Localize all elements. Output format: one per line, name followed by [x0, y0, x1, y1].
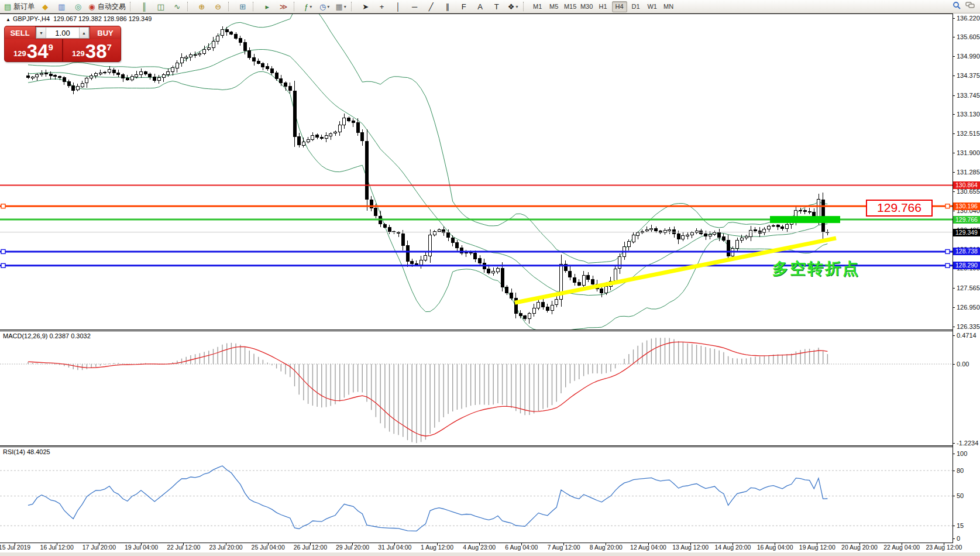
line-chart-button[interactable]: ∿ [169, 1, 185, 13]
collapse-panel-icon[interactable]: ▲ [6, 17, 11, 22]
time-label: 1 Aug 12:00 [421, 544, 453, 551]
price-tick: 131.900 [953, 150, 980, 156]
market-watch-button[interactable]: ▥ [53, 1, 70, 13]
candlestick-chart-button[interactable]: ◫ [153, 1, 169, 13]
new-order-icon: ▤ [4, 3, 11, 11]
time-label: 19 Jul 04:00 [125, 544, 158, 551]
symbol-label: GBPJPY-,H4 [13, 15, 50, 22]
buy-price[interactable]: 129387 [63, 39, 121, 61]
templates-icon: ▦ [335, 3, 342, 11]
indicators-button[interactable]: ƒ▾ [300, 1, 317, 13]
toolbar-separator [130, 2, 134, 11]
time-label: 20 Aug 20:00 [841, 544, 878, 551]
price-callout-box[interactable]: 129.766 [866, 200, 933, 217]
horizontal-line-button[interactable]: ─ [407, 1, 423, 13]
vertical-line-button[interactable]: │ [390, 1, 407, 13]
timeframe-M15-button[interactable]: M15 [563, 1, 578, 12]
tile-windows-icon: ⊞ [239, 3, 246, 11]
volume-decrease-button[interactable]: ▼ [36, 28, 46, 38]
horizontal-line-icon: ─ [412, 3, 417, 11]
shapes-button[interactable]: ❖▾ [505, 1, 521, 13]
time-label: 6 Aug 04:00 [505, 544, 538, 551]
periods-button[interactable]: ◷▾ [317, 1, 333, 13]
time-label: 23 Jul 20:00 [209, 544, 242, 551]
price-tick: 130.655 [953, 188, 980, 195]
market-watch-icon: ▥ [58, 3, 65, 11]
toolbar: ▤新订单◆▥◎◉自动交易║◫∿⊕⊖⊞▸≫ƒ▾◷▾▦▾➤+│─╱∥FAT❖▾M1M… [0, 0, 980, 13]
navigator-icon: ◎ [75, 3, 81, 11]
zoom-in-button[interactable]: ⊕ [194, 1, 210, 13]
ohlc-quote: 129.067 129.382 128.986 129.349 [53, 15, 152, 22]
timeframe-MN-button[interactable]: MN [661, 1, 676, 12]
time-label: 23 Aug 12:00 [926, 544, 962, 551]
toolbar-separator [294, 2, 298, 11]
rsi-axis-tick: 0 [953, 536, 980, 542]
time-label: 31 Jul 04:00 [378, 544, 411, 551]
timeframe-D1-button[interactable]: D1 [628, 1, 644, 12]
timeframe-M5-button[interactable]: M5 [546, 1, 562, 12]
time-label: 22 Aug 04:00 [883, 544, 920, 551]
auto-scroll-icon: ▸ [265, 3, 269, 11]
fibonacci-button[interactable]: F [456, 1, 472, 13]
buy-button[interactable]: BUY [90, 26, 121, 39]
timeframe-W1-button[interactable]: W1 [645, 1, 660, 12]
macd-pane[interactable] [0, 331, 953, 445]
autotrading-button[interactable]: ◉自动交易 [86, 1, 128, 13]
layout-profile-button[interactable]: ◆ [37, 1, 53, 13]
time-label: 12 Aug 04:00 [630, 544, 666, 551]
time-label: 16 Aug 04:00 [757, 544, 793, 551]
shapes-icon: ❖ [508, 3, 515, 11]
timeframe-H1-button[interactable]: H1 [596, 1, 611, 12]
indicators-icon: ƒ [304, 3, 308, 11]
time-label: 4 Aug 23:00 [463, 544, 496, 551]
chart-title: ▲GBPJPY-,H4 129.067 129.382 128.986 129.… [6, 15, 152, 22]
chat-icon[interactable] [965, 1, 975, 12]
new-order-button[interactable]: ▤新订单 [2, 1, 37, 13]
volume-input[interactable]: 1.00 [46, 28, 79, 38]
sell-button[interactable]: SELL [5, 26, 35, 39]
vertical-line-icon: │ [396, 3, 401, 11]
time-label: 8 Aug 20:00 [590, 544, 623, 551]
macd-axis-tick: 0.00 [953, 361, 980, 368]
chart-shift-button[interactable]: ≫ [276, 1, 292, 13]
rsi-label: RSI(14) 48.4025 [3, 448, 50, 455]
cursor-button[interactable]: ➤ [357, 1, 374, 13]
timeframe-H4-button[interactable]: H4 [612, 1, 627, 12]
macd-label: MACD(12,26,9) 0.2387 0.3032 [3, 332, 91, 339]
rsi-pane[interactable] [0, 447, 953, 543]
price-tag: 128.290 [953, 262, 980, 269]
toolbar-separator [253, 2, 257, 11]
bar-chart-icon: ║ [142, 3, 147, 11]
macd-axis-tick: 0.4714 [953, 332, 980, 339]
text-button[interactable]: A [472, 1, 489, 13]
cursor-icon: ➤ [362, 3, 369, 11]
layout-profile-icon: ◆ [42, 3, 48, 11]
crosshair-button[interactable]: + [374, 1, 390, 13]
price-chart-pane[interactable] [0, 14, 953, 330]
volume-increase-button[interactable]: ▲ [79, 28, 89, 38]
bar-chart-button[interactable]: ║ [136, 1, 153, 13]
zoom-out-button[interactable]: ⊖ [210, 1, 226, 13]
search-icon[interactable] [953, 1, 961, 12]
auto-scroll-button[interactable]: ▸ [259, 1, 276, 13]
chart-shift-icon: ≫ [280, 3, 288, 11]
pivot-annotation-text[interactable]: 多空转折点 [772, 258, 860, 279]
price-tick: 126.335 [953, 324, 980, 330]
tile-windows-button[interactable]: ⊞ [235, 1, 251, 13]
toolbar-separator [351, 2, 355, 11]
time-label: 16 Jul 12:00 [40, 544, 74, 551]
rsi-axis-tick: 80 [953, 468, 980, 474]
sell-price[interactable]: 129349 [5, 39, 62, 61]
time-label: 26 Jul 12:00 [294, 544, 327, 551]
candlestick-chart-icon: ◫ [157, 3, 164, 11]
channel-button[interactable]: ∥ [439, 1, 456, 13]
label-button[interactable]: T [489, 1, 505, 13]
trendline-button[interactable]: ╱ [423, 1, 439, 13]
templates-button[interactable]: ▦▾ [333, 1, 349, 13]
navigator-button[interactable]: ◎ [70, 1, 86, 13]
crosshair-icon: + [380, 3, 384, 11]
time-axis[interactable]: 15 Jul 201916 Jul 12:0017 Jul 20:0019 Ju… [0, 544, 953, 552]
timeframe-M30-button[interactable]: M30 [579, 1, 594, 12]
rsi-axis-tick: 50 [953, 493, 980, 499]
timeframe-M1-button[interactable]: M1 [530, 1, 545, 12]
